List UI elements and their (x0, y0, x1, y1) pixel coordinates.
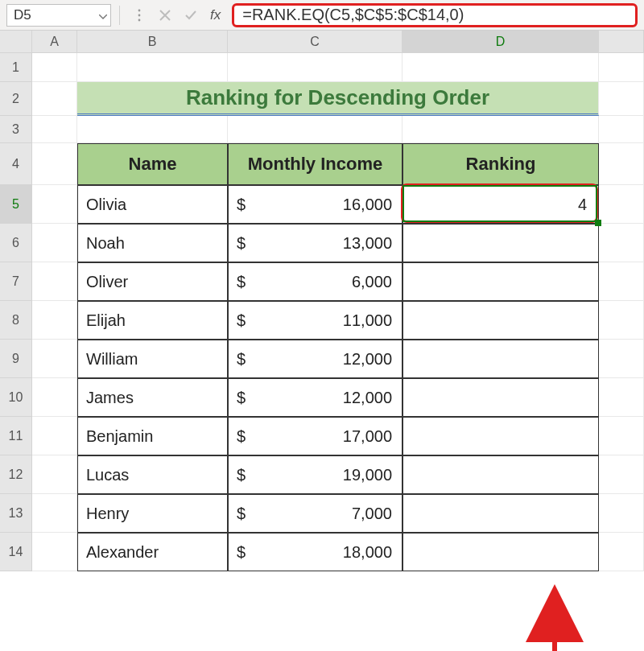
row-header-5[interactable]: 5 (0, 185, 32, 224)
header-name[interactable]: Name (77, 143, 228, 185)
cell-C9[interactable]: $12,000 (228, 340, 402, 378)
income-value: 13,000 (343, 234, 392, 253)
cell-A8[interactable] (32, 301, 77, 340)
cell-D8[interactable] (402, 301, 599, 340)
cell-E7[interactable] (599, 262, 644, 301)
cell-A4[interactable] (32, 143, 77, 185)
cell-A7[interactable] (32, 262, 77, 301)
cell-C5[interactable]: $16,000 (228, 185, 402, 224)
cell-E10[interactable] (599, 378, 644, 417)
cell-E8[interactable] (599, 301, 644, 340)
cell-B1[interactable] (77, 53, 228, 82)
cell-D12[interactable] (402, 455, 599, 494)
cell-B11[interactable]: Benjamin (77, 417, 228, 455)
cell-D13[interactable] (402, 494, 599, 533)
cell-A3[interactable] (32, 116, 77, 143)
select-all-corner[interactable] (0, 31, 32, 53)
dots-icon[interactable] (128, 4, 151, 27)
row-header-8[interactable]: 8 (0, 301, 32, 340)
cell-E9[interactable] (599, 340, 644, 378)
cell-C3[interactable] (228, 116, 402, 143)
cell-E5[interactable] (599, 185, 644, 224)
row-header-7[interactable]: 7 (0, 262, 32, 301)
cell-B5[interactable]: Olivia (77, 185, 228, 224)
row-header-2[interactable]: 2 (0, 82, 32, 116)
row-header-12[interactable]: 12 (0, 455, 32, 494)
cell-A6[interactable] (32, 224, 77, 262)
cell-A11[interactable] (32, 417, 77, 455)
row-header-3[interactable]: 3 (0, 116, 32, 143)
cell-B13[interactable]: Henry (77, 494, 228, 533)
row-11: 11Benjamin$17,000 (0, 417, 644, 455)
formula-input[interactable]: =RANK.EQ(C5,$C$5:$C$14,0) (232, 3, 638, 27)
cell-D1[interactable] (402, 53, 599, 82)
cell-A9[interactable] (32, 340, 77, 378)
cell-C14[interactable]: $18,000 (228, 533, 402, 571)
cell-E13[interactable] (599, 494, 644, 533)
cell-D14[interactable] (402, 533, 599, 571)
row-header-11[interactable]: 11 (0, 417, 32, 455)
cell-D11[interactable] (402, 417, 599, 455)
cell-A14[interactable] (32, 533, 77, 571)
row-header-1[interactable]: 1 (0, 53, 32, 82)
cell-B3[interactable] (77, 116, 228, 143)
col-header-D[interactable]: D (402, 31, 599, 53)
cell-C13[interactable]: $7,000 (228, 494, 402, 533)
cell-E12[interactable] (599, 455, 644, 494)
col-header-A[interactable]: A (32, 31, 77, 53)
cell-C8[interactable]: $11,000 (228, 301, 402, 340)
cancel-icon[interactable] (154, 4, 176, 27)
title-band[interactable]: Ranking for Descending Order (77, 82, 599, 116)
cell-E6[interactable] (599, 224, 644, 262)
cell-E3[interactable] (599, 116, 644, 143)
currency-symbol: $ (237, 466, 246, 484)
cell-E14[interactable] (599, 533, 644, 571)
cell-C6[interactable]: $13,000 (228, 224, 402, 262)
cell-E11[interactable] (599, 417, 644, 455)
chevron-down-icon[interactable] (99, 7, 107, 23)
cell-C12[interactable]: $19,000 (228, 455, 402, 494)
row-header-4[interactable]: 4 (0, 143, 32, 185)
cell-B10[interactable]: James (77, 378, 228, 417)
cell-A10[interactable] (32, 378, 77, 417)
cell-E1[interactable] (599, 53, 644, 82)
cell-A13[interactable] (32, 494, 77, 533)
spreadsheet-grid[interactable]: A B C D 1 2 Ranking for Descending Order… (0, 31, 644, 571)
fx-icon[interactable]: fx (210, 7, 221, 23)
cell-D7[interactable] (402, 262, 599, 301)
col-header-blank[interactable] (599, 31, 644, 53)
cell-A12[interactable] (32, 455, 77, 494)
row-header-13[interactable]: 13 (0, 494, 32, 533)
row-4: 4 Name Monthly Income Ranking (0, 143, 644, 185)
cell-D6[interactable] (402, 224, 599, 262)
cell-B14[interactable]: Alexander (77, 533, 228, 571)
cell-E4[interactable] (599, 143, 644, 185)
cell-B7[interactable]: Oliver (77, 262, 228, 301)
row-header-9[interactable]: 9 (0, 340, 32, 378)
row-header-14[interactable]: 14 (0, 533, 32, 571)
cell-B12[interactable]: Lucas (77, 455, 228, 494)
cell-A2[interactable] (32, 82, 77, 116)
cell-D5[interactable]: 4 (402, 185, 599, 224)
cell-D9[interactable] (402, 340, 599, 378)
cell-C1[interactable] (228, 53, 402, 82)
name-box[interactable]: D5 (6, 4, 111, 27)
cell-E2[interactable] (599, 82, 644, 116)
cell-D10[interactable] (402, 378, 599, 417)
col-header-C[interactable]: C (228, 31, 402, 53)
cell-B8[interactable]: Elijah (77, 301, 228, 340)
row-header-10[interactable]: 10 (0, 378, 32, 417)
header-ranking[interactable]: Ranking (402, 143, 599, 185)
cell-D3[interactable] (402, 116, 599, 143)
cell-C7[interactable]: $6,000 (228, 262, 402, 301)
col-header-B[interactable]: B (77, 31, 228, 53)
cell-C11[interactable]: $17,000 (228, 417, 402, 455)
cell-B6[interactable]: Noah (77, 224, 228, 262)
header-income[interactable]: Monthly Income (228, 143, 402, 185)
cell-A5[interactable] (32, 185, 77, 224)
cell-C10[interactable]: $12,000 (228, 378, 402, 417)
cell-A1[interactable] (32, 53, 77, 82)
cell-B9[interactable]: William (77, 340, 228, 378)
enter-check-icon[interactable] (180, 4, 202, 27)
row-header-6[interactable]: 6 (0, 224, 32, 262)
